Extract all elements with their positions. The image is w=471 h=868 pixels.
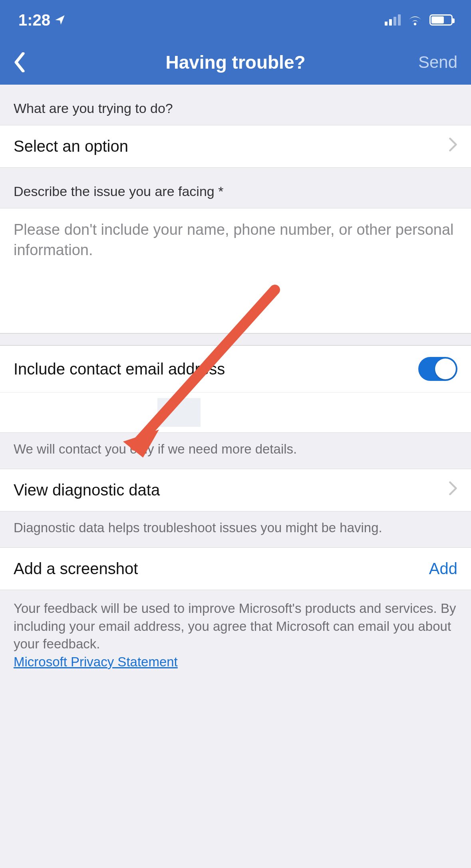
separator: [0, 333, 471, 345]
section-label-describe: Describe the issue you are facing *: [0, 168, 471, 208]
wifi-icon: [408, 11, 422, 29]
section-label-intent: What are you trying to do?: [0, 85, 471, 125]
email-footer: We will contact you only if we need more…: [0, 433, 471, 469]
status-time: 1:28: [18, 11, 50, 29]
back-button[interactable]: [14, 50, 30, 74]
view-diagnostic-label: View diagnostic data: [14, 481, 160, 499]
nav-bar: Having trouble? Send: [0, 40, 471, 85]
issue-description-placeholder: Please don't include your name, phone nu…: [14, 221, 454, 258]
view-diagnostic-row[interactable]: View diagnostic data: [0, 469, 471, 511]
diagnostic-footer: Diagnostic data helps troubleshoot issue…: [0, 511, 471, 547]
issue-description-input[interactable]: Please don't include your name, phone nu…: [0, 208, 471, 333]
redacted-email: [157, 398, 201, 427]
privacy-link[interactable]: Microsoft Privacy Statement: [14, 654, 178, 669]
footer-disclaimer: Your feedback will be used to improve Mi…: [0, 590, 471, 680]
page-title: Having trouble?: [0, 52, 471, 73]
include-email-label: Include contact email address: [14, 360, 225, 378]
status-bar: 1:28: [0, 0, 471, 40]
select-option-row[interactable]: Select an option: [0, 125, 471, 168]
email-field[interactable]: [14, 392, 471, 432]
footer-text: Your feedback will be used to improve Mi…: [14, 601, 456, 651]
cellular-icon: [385, 14, 401, 26]
include-email-toggle[interactable]: [418, 357, 457, 381]
add-screenshot-row: Add a screenshot Add: [0, 547, 471, 590]
select-option-text: Select an option: [14, 137, 128, 155]
add-screenshot-label: Add a screenshot: [14, 560, 138, 578]
send-button[interactable]: Send: [418, 53, 457, 72]
add-screenshot-button[interactable]: Add: [429, 560, 457, 578]
location-icon: [54, 11, 66, 29]
chevron-right-icon: [449, 481, 457, 499]
battery-icon: [429, 14, 453, 26]
chevron-right-icon: [449, 137, 457, 155]
